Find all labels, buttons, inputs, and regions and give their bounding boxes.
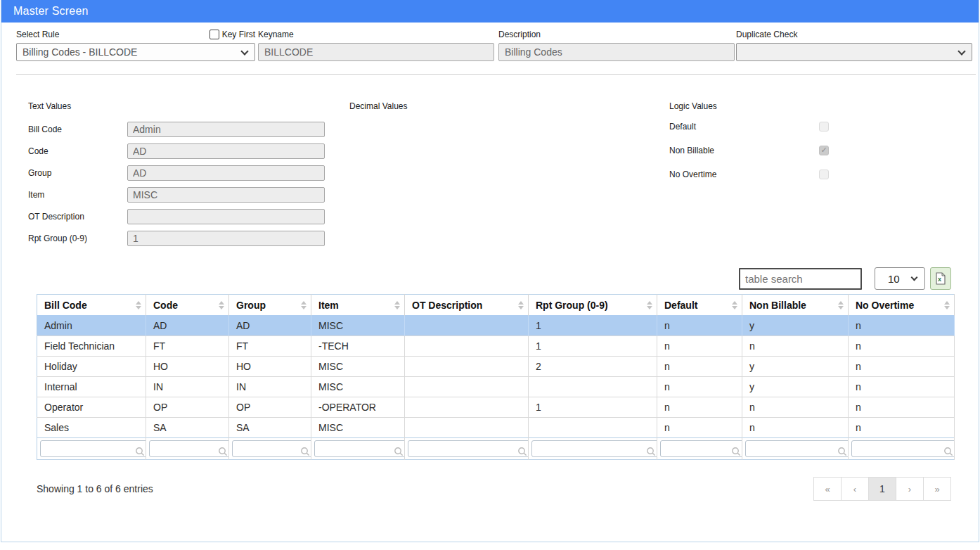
table-cell[interactable]: IN (146, 377, 229, 397)
table-cell[interactable]: n (849, 357, 955, 377)
filter-input-item[interactable] (314, 440, 405, 457)
column-header-non-billable[interactable]: Non Billable (742, 295, 849, 316)
filter-input-no-overtime[interactable] (851, 440, 955, 457)
table-cell[interactable]: 1 (529, 316, 657, 336)
table-cell[interactable] (405, 336, 529, 357)
table-cell[interactable]: y (742, 316, 849, 336)
table-cell[interactable]: AD (146, 316, 229, 336)
page-size-select[interactable]: 10 (875, 267, 925, 290)
table-cell[interactable] (405, 316, 529, 336)
table-cell[interactable]: MISC (311, 357, 405, 377)
pagination-first-button[interactable]: « (813, 477, 842, 501)
filter-input-default[interactable] (660, 440, 742, 457)
sort-icon[interactable] (838, 301, 844, 309)
table-row[interactable]: OperatorOPOP-OPERATOR1nnn (37, 397, 955, 418)
table-search-input[interactable] (739, 268, 862, 290)
table-cell[interactable]: n (849, 377, 955, 397)
code-field[interactable] (127, 143, 325, 159)
table-cell[interactable] (405, 377, 529, 397)
table-cell[interactable]: Operator (37, 397, 146, 418)
column-header-rpt-group-0-9[interactable]: Rpt Group (0-9) (529, 295, 657, 316)
table-cell[interactable]: Holiday (37, 357, 146, 377)
table-cell[interactable]: SA (229, 418, 311, 438)
table-cell[interactable]: n (849, 397, 955, 418)
table-cell[interactable]: SA (146, 418, 229, 438)
table-cell[interactable]: n (657, 336, 742, 357)
sort-icon[interactable] (647, 301, 652, 309)
filter-input-non-billable[interactable] (745, 440, 849, 457)
table-cell[interactable]: FT (229, 336, 311, 357)
sort-icon[interactable] (944, 301, 950, 309)
column-header-no-overtime[interactable]: No Overtime (849, 295, 955, 316)
table-cell[interactable]: n (657, 418, 742, 438)
sort-icon[interactable] (394, 301, 400, 309)
table-cell[interactable]: Admin (37, 316, 146, 336)
table-cell[interactable] (405, 397, 529, 418)
table-cell[interactable]: MISC (311, 316, 405, 336)
table-cell[interactable]: Internal (37, 377, 146, 397)
sort-icon[interactable] (136, 301, 141, 309)
column-header-bill-code[interactable]: Bill Code (37, 295, 146, 316)
table-cell[interactable]: y (742, 377, 849, 397)
table-cell[interactable]: -OPERATOR (311, 397, 405, 418)
filter-input-rpt-group-0-9[interactable] (531, 440, 657, 457)
pagination-last-button[interactable]: » (923, 477, 951, 501)
table-cell[interactable]: 1 (529, 336, 657, 357)
non-billable-checkbox[interactable] (819, 146, 829, 155)
sort-icon[interactable] (301, 301, 307, 309)
table-cell[interactable]: n (657, 316, 742, 336)
group-field[interactable] (127, 165, 325, 181)
pagination-next-button[interactable]: › (896, 477, 924, 501)
table-cell[interactable]: n (742, 418, 849, 438)
table-cell[interactable]: n (849, 418, 955, 438)
duplicate-check-dropdown[interactable] (736, 43, 972, 61)
filter-input-group[interactable] (232, 440, 311, 457)
table-row[interactable]: Field TechnicianFTFT-TECH1nnn (37, 336, 955, 357)
table-cell[interactable]: n (849, 336, 955, 357)
item-field[interactable] (127, 187, 325, 203)
table-cell[interactable] (405, 357, 529, 377)
table-cell[interactable]: n (742, 336, 849, 357)
table-cell[interactable]: MISC (311, 418, 405, 438)
column-header-ot-description[interactable]: OT Description (405, 295, 529, 316)
table-cell[interactable]: n (849, 316, 955, 336)
keyname-field[interactable] (258, 43, 494, 61)
table-cell[interactable] (529, 377, 657, 397)
no-overtime-checkbox[interactable] (819, 170, 829, 179)
column-header-item[interactable]: Item (311, 295, 405, 316)
filter-input-code[interactable] (149, 440, 229, 457)
bill-code-field[interactable] (127, 122, 325, 137)
table-row[interactable]: AdminADADMISC1nyn (37, 316, 955, 336)
table-cell[interactable] (529, 418, 657, 438)
table-cell[interactable]: HO (146, 357, 229, 377)
table-cell[interactable]: n (657, 377, 742, 397)
table-cell[interactable]: n (742, 397, 849, 418)
table-cell[interactable]: n (657, 357, 742, 377)
key-first-checkbox[interactable] (209, 30, 219, 39)
filter-input-ot-description[interactable] (408, 440, 529, 457)
table-cell[interactable]: MISC (311, 377, 405, 397)
table-cell[interactable]: FT (146, 336, 229, 357)
table-cell[interactable]: Field Technician (37, 336, 146, 357)
table-cell[interactable]: -TECH (311, 336, 405, 357)
default-checkbox[interactable] (819, 122, 829, 132)
filter-input-bill-code[interactable] (40, 440, 146, 457)
ot-description-field[interactable] (127, 209, 325, 224)
table-cell[interactable]: n (657, 397, 742, 418)
table-cell[interactable]: 2 (529, 357, 657, 377)
column-header-code[interactable]: Code (146, 295, 229, 316)
pagination-prev-button[interactable]: ‹ (841, 477, 869, 501)
export-excel-button[interactable]: x (930, 267, 951, 290)
description-field[interactable] (498, 43, 735, 61)
select-rule-dropdown[interactable]: Billing Codes - BILLCODE (16, 43, 255, 61)
sort-icon[interactable] (219, 301, 224, 309)
sort-icon[interactable] (518, 301, 524, 309)
table-row[interactable]: InternalININMISCnyn (37, 377, 955, 397)
table-cell[interactable]: Sales (37, 418, 146, 438)
table-cell[interactable]: IN (229, 377, 311, 397)
column-header-default[interactable]: Default (657, 295, 742, 316)
table-cell[interactable]: 1 (529, 397, 657, 418)
table-cell[interactable]: HO (229, 357, 311, 377)
table-cell[interactable] (405, 418, 529, 438)
column-header-group[interactable]: Group (229, 295, 311, 316)
